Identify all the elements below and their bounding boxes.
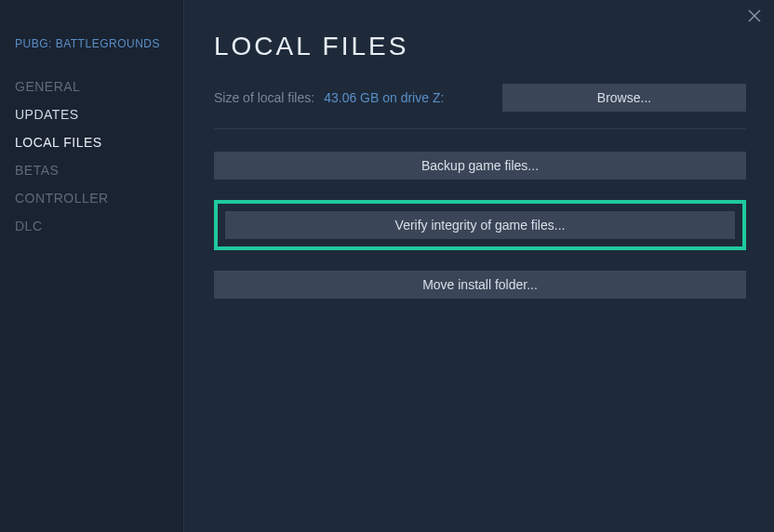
sidebar: PUBG: BATTLEGROUNDS GENERAL UPDATES LOCA…	[0, 0, 184, 532]
close-icon[interactable]	[748, 9, 761, 26]
size-row: Size of local files: 43.06 GB on drive Z…	[214, 84, 746, 112]
sidebar-item-local-files[interactable]: LOCAL FILES	[0, 128, 183, 156]
sidebar-item-general[interactable]: GENERAL	[0, 73, 183, 100]
sidebar-item-updates[interactable]: UPDATES	[0, 100, 183, 128]
size-label: Size of local files:	[214, 90, 314, 105]
game-title: PUBG: BATTLEGROUNDS	[0, 37, 183, 73]
size-value: 43.06 GB on drive Z:	[324, 90, 444, 105]
verify-highlight: Verify integrity of game files...	[214, 200, 746, 250]
browse-button[interactable]: Browse...	[502, 84, 746, 112]
sidebar-item-dlc[interactable]: DLC	[0, 212, 183, 240]
main-panel: LOCAL FILES Size of local files: 43.06 G…	[184, 0, 774, 532]
move-button[interactable]: Move install folder...	[214, 271, 746, 299]
backup-button[interactable]: Backup game files...	[214, 152, 746, 180]
verify-button[interactable]: Verify integrity of game files...	[225, 211, 735, 239]
sidebar-item-controller[interactable]: CONTROLLER	[0, 184, 183, 212]
sidebar-item-betas[interactable]: BETAS	[0, 156, 183, 184]
divider	[214, 128, 746, 129]
page-title: LOCAL FILES	[214, 32, 746, 61]
